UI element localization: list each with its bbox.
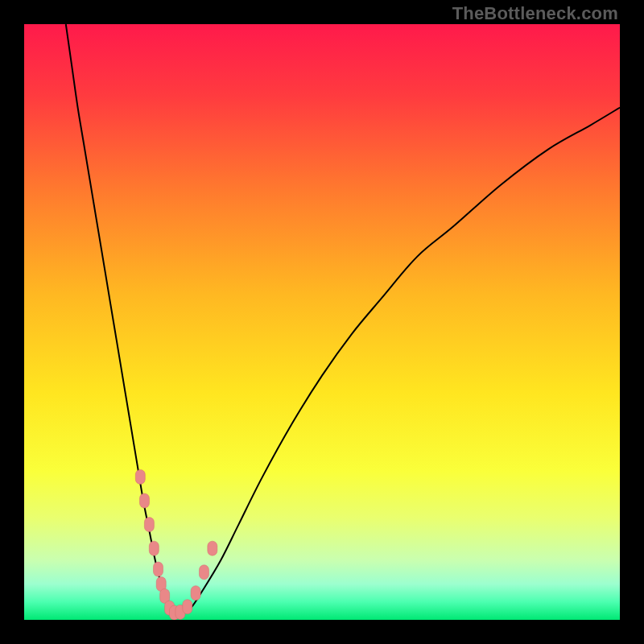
curve-marker <box>154 562 163 576</box>
curve-marker <box>135 469 145 484</box>
curve-marker <box>208 541 217 555</box>
curve-marker <box>191 586 200 601</box>
plot-area <box>24 24 620 620</box>
watermark-text: TheBottleneck.com <box>452 3 618 24</box>
curve-marker <box>139 493 149 508</box>
curve-marker <box>144 518 154 532</box>
curve-marker <box>149 541 159 555</box>
curve-marker <box>183 600 192 614</box>
curve-marker <box>199 565 208 580</box>
chart-frame: TheBottleneck.com <box>0 0 644 644</box>
bottleneck-curve <box>24 24 620 620</box>
